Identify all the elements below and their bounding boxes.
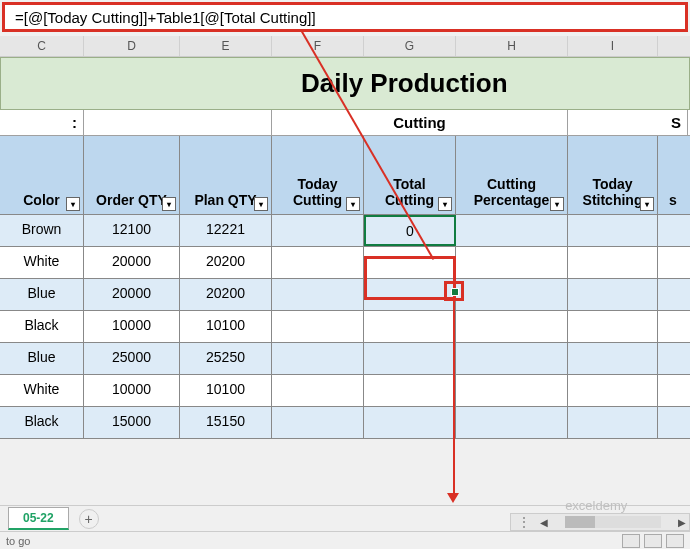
cell[interactable] — [272, 279, 364, 310]
cell[interactable] — [568, 279, 658, 310]
section-cutting: Cutting — [272, 110, 568, 135]
cell[interactable] — [568, 407, 658, 438]
cell[interactable] — [568, 375, 658, 406]
cell[interactable]: 10100 — [180, 375, 272, 406]
cell[interactable]: 20200 — [180, 279, 272, 310]
column-headers-row: C D E F G H I — [0, 36, 690, 57]
cell[interactable] — [568, 247, 658, 278]
cell[interactable]: 25250 — [180, 343, 272, 374]
header-s[interactable]: s — [658, 136, 688, 214]
filter-icon[interactable]: ▾ — [162, 197, 176, 211]
cell[interactable] — [272, 215, 364, 246]
col-header-f[interactable]: F — [272, 36, 364, 56]
header-total-cutting[interactable]: Total Cutting ▾ — [364, 136, 456, 214]
cell[interactable] — [658, 407, 688, 438]
cell[interactable] — [658, 247, 688, 278]
header-orderqty[interactable]: Order QTY ▾ — [84, 136, 180, 214]
col-header-i[interactable]: I — [568, 36, 658, 56]
cell[interactable]: 20000 — [84, 279, 180, 310]
fill-handle[interactable] — [451, 288, 459, 296]
cell[interactable] — [456, 407, 568, 438]
view-layout-icon[interactable] — [644, 534, 662, 548]
header-cutting-pct[interactable]: Cutting Percentage ▾ — [456, 136, 568, 214]
cell[interactable] — [658, 311, 688, 342]
cell[interactable]: White — [0, 247, 84, 278]
cell[interactable] — [658, 279, 688, 310]
scroll-right-icon[interactable]: ▶ — [675, 517, 689, 528]
cell[interactable] — [456, 375, 568, 406]
cell[interactable] — [456, 247, 568, 278]
add-sheet-button[interactable]: + — [79, 509, 99, 529]
cell[interactable] — [364, 407, 456, 438]
cell[interactable]: 20000 — [84, 247, 180, 278]
filter-icon[interactable]: ▾ — [438, 197, 452, 211]
cell[interactable]: 12221 — [180, 215, 272, 246]
cell[interactable] — [456, 279, 568, 310]
view-break-icon[interactable] — [666, 534, 684, 548]
scroll-left-icon[interactable]: ◀ — [537, 517, 551, 528]
cell[interactable]: 10100 — [180, 311, 272, 342]
cell[interactable] — [272, 407, 364, 438]
cell[interactable]: 15150 — [180, 407, 272, 438]
table-row: Black1000010100 — [0, 311, 690, 343]
cell[interactable] — [272, 375, 364, 406]
cell[interactable] — [658, 343, 688, 374]
cell[interactable] — [364, 375, 456, 406]
cell[interactable]: White — [0, 375, 84, 406]
scroll-thumb[interactable] — [565, 516, 595, 528]
cell[interactable]: 20200 — [180, 247, 272, 278]
cell[interactable] — [364, 343, 456, 374]
title-banner: Daily Production — [0, 57, 690, 110]
cell[interactable] — [364, 311, 456, 342]
cell[interactable]: Brown — [0, 215, 84, 246]
header-today-cutting[interactable]: Today Cutting ▾ — [272, 136, 364, 214]
cell[interactable] — [568, 343, 658, 374]
arrow-head-icon — [447, 493, 459, 503]
section-stitching: S — [568, 110, 688, 135]
scroll-track[interactable] — [565, 516, 661, 528]
cell[interactable] — [456, 311, 568, 342]
cell[interactable] — [364, 247, 456, 278]
cell[interactable] — [364, 279, 456, 310]
cell[interactable]: 25000 — [84, 343, 180, 374]
cell[interactable]: 10000 — [84, 375, 180, 406]
sheet-tab-active[interactable]: 05-22 — [8, 507, 69, 530]
cell[interactable] — [272, 247, 364, 278]
cell[interactable] — [658, 215, 688, 246]
col-header-d[interactable]: D — [84, 36, 180, 56]
cell[interactable]: Black — [0, 311, 84, 342]
filter-icon[interactable]: ▾ — [640, 197, 654, 211]
col-header-c[interactable]: C — [0, 36, 84, 56]
col-header-g[interactable]: G — [364, 36, 456, 56]
header-planqty[interactable]: Plan QTY ▾ — [180, 136, 272, 214]
filter-icon[interactable]: ▾ — [254, 197, 268, 211]
cell[interactable] — [456, 343, 568, 374]
cell[interactable]: 12100 — [84, 215, 180, 246]
view-normal-icon[interactable] — [622, 534, 640, 548]
table-header-row: Color ▾ Order QTY ▾ Plan QTY ▾ Today Cut… — [0, 136, 690, 215]
table-row: White2000020200 — [0, 247, 690, 279]
cell[interactable]: 10000 — [84, 311, 180, 342]
cell[interactable] — [272, 343, 364, 374]
cell[interactable]: Blue — [0, 279, 84, 310]
header-today-stitching[interactable]: Today Stitching ▾ — [568, 136, 658, 214]
cell[interactable] — [568, 311, 658, 342]
cell[interactable]: Black — [0, 407, 84, 438]
col-header-e[interactable]: E — [180, 36, 272, 56]
table-row: Blue2000020200 — [0, 279, 690, 311]
cell[interactable] — [658, 375, 688, 406]
formula-text: =[@[Today Cutting]]+Table1[@[Total Cutti… — [15, 9, 316, 26]
col-header-h[interactable]: H — [456, 36, 568, 56]
filter-icon[interactable]: ▾ — [66, 197, 80, 211]
cell[interactable]: 15000 — [84, 407, 180, 438]
formula-bar[interactable]: =[@[Today Cutting]]+Table1[@[Total Cutti… — [2, 2, 688, 32]
horizontal-scrollbar[interactable]: ⋮ ◀ ▶ — [510, 513, 690, 531]
header-color[interactable]: Color ▾ — [0, 136, 84, 214]
filter-icon[interactable]: ▾ — [346, 197, 360, 211]
cell[interactable]: Blue — [0, 343, 84, 374]
status-text: to go — [6, 535, 30, 547]
cell[interactable] — [272, 311, 364, 342]
filter-icon[interactable]: ▾ — [550, 197, 564, 211]
cell[interactable] — [456, 215, 568, 246]
cell[interactable] — [568, 215, 658, 246]
